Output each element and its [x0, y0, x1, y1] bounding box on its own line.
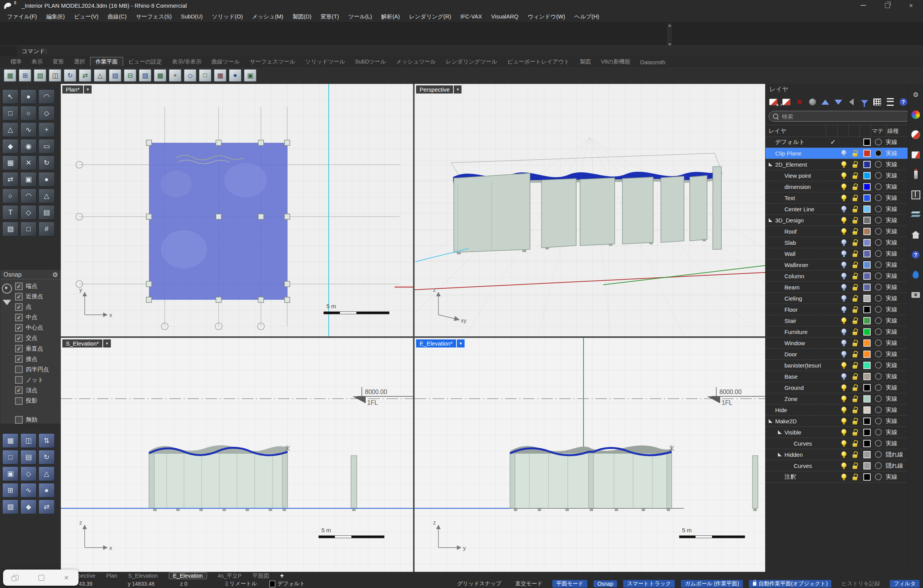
tool-icon[interactable]: ◇ — [38, 106, 55, 120]
window-frame-icon[interactable] — [911, 190, 920, 199]
tool-icon[interactable]: ○ — [20, 106, 37, 120]
osnap-toggle[interactable]: ✓ 点 — [15, 302, 49, 312]
layer-color-swatch[interactable] — [863, 239, 871, 246]
panel-gear-icon[interactable]: ⚙ — [911, 90, 920, 99]
tool-icon[interactable]: ▧ — [2, 499, 18, 514]
layer-color-swatch[interactable] — [863, 295, 871, 302]
viewport-perspective[interactable]: Perspective ▼ — [415, 84, 765, 336]
layer-row[interactable]: Beam ✓ 実線 — [766, 282, 908, 293]
layer-linetype[interactable]: 実線 — [884, 217, 908, 224]
material-circle-icon[interactable] — [875, 139, 882, 145]
visibility-bulb-icon[interactable] — [841, 373, 846, 380]
layer-name[interactable]: Beam — [784, 284, 799, 291]
chevron-down-icon[interactable]: ▼ — [103, 339, 111, 347]
layer-linetype[interactable]: 実線 — [884, 362, 908, 369]
layer-linetype[interactable]: 実線 — [884, 429, 908, 436]
material-circle-icon[interactable] — [875, 228, 882, 235]
layer-color-swatch[interactable] — [863, 261, 871, 269]
checkbox-icon[interactable]: ✓ — [15, 293, 23, 301]
cplane-tool-6[interactable]: ⇄ — [79, 69, 91, 82]
material-circle-icon[interactable] — [875, 172, 882, 179]
layer-row[interactable]: Stair ✓ 実線 — [766, 315, 908, 326]
layer-sphere-icon[interactable] — [808, 97, 817, 107]
layer-row[interactable]: Roof ✓ 実線 — [766, 226, 908, 237]
layer-row[interactable]: Visible ✓ 実線 — [766, 427, 908, 438]
visibility-bulb-icon[interactable] — [841, 474, 846, 480]
tool-icon[interactable]: ▧ — [2, 222, 18, 236]
layer-name[interactable]: Hidden — [784, 451, 803, 458]
layer-name[interactable]: Wall — [784, 251, 796, 257]
lock-icon[interactable] — [853, 184, 858, 190]
osnap-toggle[interactable]: ✓ 近接点 — [15, 292, 49, 301]
menu-icon[interactable] — [886, 97, 895, 107]
material-circle-icon[interactable] — [875, 462, 882, 469]
visibility-bulb-icon[interactable] — [841, 440, 846, 447]
viewport-title-e-elevation[interactable]: E_Elevation* ▼ — [416, 339, 465, 347]
layer-color-swatch[interactable] — [863, 228, 871, 235]
layer-row[interactable]: Window ✓ 実線 — [766, 337, 908, 349]
status-toggle-button[interactable]: ヒストリを記録 — [838, 580, 884, 588]
visibility-bulb-icon[interactable] — [841, 228, 846, 235]
checkbox-icon[interactable]: ✓ — [15, 386, 23, 394]
lock-icon[interactable] — [853, 418, 858, 424]
visibility-bulb-icon[interactable] — [841, 340, 846, 346]
menu-item[interactable]: 編集(E) — [42, 11, 69, 22]
menu-item[interactable]: サーフェス(S) — [131, 11, 176, 22]
toolbar-tab[interactable]: 表示 — [27, 57, 48, 66]
toolbar-grip[interactable]: · · · · — [0, 427, 61, 432]
tool-icon[interactable]: ● — [38, 483, 55, 498]
chevron-down-icon[interactable]: ▼ — [454, 85, 462, 94]
restore-button[interactable] — [875, 0, 899, 11]
layer-row[interactable]: 3D_Design ✓ 実線 — [766, 215, 908, 226]
layer-color-swatch[interactable] — [863, 328, 871, 336]
lock-icon[interactable] — [853, 206, 858, 212]
layer-name[interactable]: Visible — [784, 429, 801, 436]
viewport-tab[interactable]: E_Elevation — [169, 572, 207, 579]
visibility-bulb-icon[interactable] — [841, 195, 846, 201]
house-icon[interactable] — [911, 230, 920, 239]
toolbar-tab[interactable]: V8の新機能 — [596, 57, 635, 66]
layer-color-swatch[interactable] — [863, 272, 871, 280]
status-toggle-button[interactable]: Osnap — [594, 580, 617, 587]
visibility-bulb-icon[interactable] — [841, 295, 846, 302]
viewport-label[interactable]: Perspective — [416, 85, 453, 94]
tool-icon[interactable]: ↻ — [38, 450, 55, 464]
layer-linetype[interactable]: 実線 — [884, 228, 908, 235]
menu-item[interactable]: 解析(A) — [376, 11, 404, 22]
visibility-bulb-icon[interactable] — [841, 451, 846, 458]
layer-name[interactable]: Zone — [784, 396, 798, 402]
viewport-label[interactable]: Plan* — [62, 85, 83, 94]
layer-color-swatch[interactable] — [863, 395, 871, 403]
cplane-tool-17[interactable]: ▣ — [244, 69, 256, 82]
camera-icon[interactable] — [911, 290, 920, 299]
layer-linetype[interactable]: 実線 — [884, 418, 908, 425]
checkbox-icon[interactable]: ✓ — [15, 376, 23, 384]
checkbox-icon[interactable]: ✓ — [15, 397, 23, 405]
layer-color-swatch[interactable] — [863, 451, 871, 458]
layer-name[interactable]: Slab — [784, 239, 796, 246]
layer-linetype[interactable]: 実線 — [884, 272, 908, 280]
viewport-s-elevation[interactable]: S_Elevation* ▼ 8000.00 1FL — [61, 338, 413, 572]
layer-row[interactable]: Clip Plane ✓ 実線 — [766, 148, 908, 159]
scroll-up-icon[interactable] — [668, 24, 671, 27]
color-wheel-icon[interactable] — [911, 110, 920, 119]
layer-color-swatch[interactable] — [863, 440, 871, 447]
layer-color-swatch[interactable] — [863, 373, 871, 380]
material-circle-icon[interactable] — [875, 451, 882, 458]
layer-name[interactable]: Column — [784, 273, 804, 279]
lock-icon[interactable] — [853, 440, 858, 447]
tool-icon[interactable]: ✕ — [20, 155, 37, 170]
layer-row[interactable]: Curves ✓ 実線 — [766, 438, 908, 449]
paint-tube-icon[interactable] — [911, 170, 920, 179]
tool-icon[interactable]: ↻ — [38, 155, 55, 170]
layer-name[interactable]: Window — [784, 340, 805, 346]
column-linetype[interactable]: 線種 — [886, 125, 908, 137]
toolbar-tab[interactable]: 表示/非表示 — [167, 57, 207, 66]
cplane-tool-15[interactable]: ▦ — [214, 69, 226, 82]
toolbar-tab[interactable]: 作業平面 — [90, 57, 123, 66]
layer-color-swatch[interactable] — [863, 317, 871, 324]
status-toggle-button[interactable]: スマートトラック — [623, 580, 675, 588]
status-toggle-button[interactable]: 自動作業平面(オブジェクト) — [749, 580, 831, 588]
tool-icon[interactable]: ● — [20, 89, 37, 104]
layer-row[interactable]: banister(tesuri ✓ 実線 — [766, 360, 908, 371]
